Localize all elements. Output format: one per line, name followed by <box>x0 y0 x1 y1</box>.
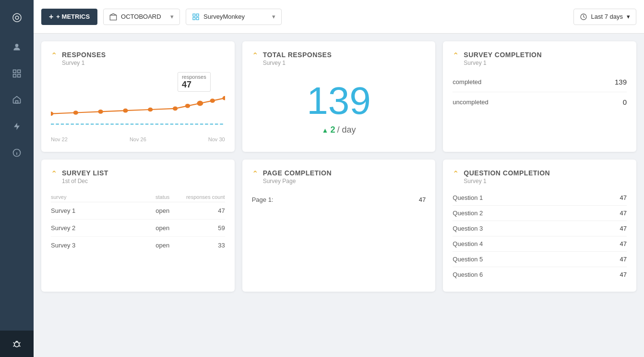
total-card-header: ⌃ TOTAL RESPONSES Survey 1 <box>252 51 332 66</box>
svg-point-34 <box>198 101 203 106</box>
sidebar-item-person[interactable] <box>0 34 34 60</box>
total-per-day: ▲ 2 / day <box>252 125 426 135</box>
responses-chart: responses 47 <box>51 72 225 135</box>
question-completion-header: ⌃ QUESTION COMPLETION Survey 1 <box>453 169 627 185</box>
plus-icon: + <box>49 12 53 21</box>
date-start: Nov 22 <box>51 136 68 142</box>
survey-name-1: Survey 1 <box>51 207 143 214</box>
col-survey-header: survey <box>51 194 143 200</box>
uncompleted-row: uncompleted 0 <box>453 92 627 112</box>
survey-list-header: ⌃ SURVEY LIST 1st of Dec <box>51 169 225 185</box>
clock-icon <box>580 13 587 21</box>
svg-point-27 <box>51 111 53 116</box>
svg-line-20 <box>19 345 21 346</box>
question-3-value: 47 <box>620 225 627 232</box>
octoboard-label: OCTOBOARD <box>121 13 161 20</box>
question-2-value: 47 <box>620 209 627 217</box>
svg-point-35 <box>210 98 215 103</box>
question-6-row: Question 6 47 <box>453 267 627 282</box>
survey-list-subtitle: 1st of Dec <box>62 178 108 185</box>
svg-line-18 <box>19 342 21 343</box>
add-metrics-label: + METRICS <box>56 13 90 20</box>
svg-rect-21 <box>110 15 116 20</box>
svg-point-32 <box>173 107 178 111</box>
survey-completion-title-group: SURVEY COMPLETION Survey 1 <box>464 51 542 66</box>
list-item: Survey 3 open 33 <box>51 237 225 254</box>
question-5-label: Question 5 <box>453 256 483 263</box>
sidebar-item-info[interactable] <box>0 139 34 166</box>
sidebar: ◎ <box>0 0 34 357</box>
time-range-dropdown[interactable]: Last 7 days ▾ <box>573 9 637 25</box>
responses-card: ⌃ RESPONSES Survey 1 responses 47 <box>41 41 235 152</box>
completed-value: 139 <box>615 78 627 86</box>
survey-list-title-group: SURVEY LIST 1st of Dec <box>62 169 108 185</box>
question-4-row: Question 4 47 <box>453 236 627 252</box>
question-3-row: Question 3 47 <box>453 221 627 236</box>
surveymonkey-label: SurveyMonkey <box>203 13 245 20</box>
surveymonkey-arrow-icon: ▾ <box>272 13 275 20</box>
svg-point-0 <box>15 44 19 47</box>
question-completion-subtitle: Survey 1 <box>464 178 550 185</box>
per-day-label: / day <box>337 125 356 135</box>
responses-trend-icon: ⌃ <box>51 51 57 60</box>
survey-completion-trend-icon: ⌃ <box>453 51 459 60</box>
question-completion-title: QUESTION COMPLETION <box>464 169 550 177</box>
question-2-label: Question 2 <box>453 209 483 217</box>
svg-point-33 <box>185 104 190 108</box>
total-title: TOTAL RESPONSES <box>263 51 332 59</box>
building-icon <box>109 13 117 21</box>
sidebar-item-bank[interactable] <box>0 86 34 113</box>
sidebar-item-grid[interactable] <box>0 60 34 86</box>
svg-point-29 <box>98 110 103 114</box>
survey-count-3: 33 <box>182 242 225 249</box>
question-1-label: Question 1 <box>453 194 483 201</box>
survey-status-3: open <box>143 242 182 249</box>
svg-line-19 <box>13 345 15 346</box>
responses-subtitle: Survey 1 <box>62 60 106 66</box>
survey-name-2: Survey 2 <box>51 224 143 232</box>
responses-title: RESPONSES <box>62 51 106 59</box>
up-arrow-icon: ▲ <box>322 126 329 134</box>
sidebar-item-lightning[interactable] <box>0 113 34 139</box>
question-completion-card: ⌃ QUESTION COMPLETION Survey 1 Question … <box>443 160 636 292</box>
surveymonkey-dropdown[interactable]: SurveyMonkey ▾ <box>186 9 282 25</box>
question-1-value: 47 <box>620 194 627 201</box>
octoboard-arrow-icon: ▾ <box>170 13 174 20</box>
question-completion-trend-icon: ⌃ <box>453 169 459 178</box>
list-item: Survey 1 open 47 <box>51 202 225 220</box>
svg-point-36 <box>222 96 225 100</box>
svg-point-28 <box>73 111 78 115</box>
svg-rect-24 <box>193 17 195 20</box>
svg-rect-4 <box>18 74 21 77</box>
page-1-label: Page 1: <box>252 196 274 203</box>
date-mid: Nov 26 <box>130 136 146 142</box>
survey-icon <box>192 13 200 21</box>
topbar: + + METRICS OCTOBOARD ▾ SurveyMonkey ▾ L… <box>34 0 644 34</box>
col-status-header: status <box>143 194 182 200</box>
survey-list-title: SURVEY LIST <box>62 169 108 177</box>
page-completion-title-group: PAGE COMPLETION Survey Page <box>263 169 332 185</box>
svg-rect-23 <box>196 14 199 16</box>
page-completion-header: ⌃ PAGE COMPLETION Survey Page <box>252 169 426 185</box>
survey-completion-card: ⌃ SURVEY COMPLETION Survey 1 completed 1… <box>443 41 636 152</box>
sidebar-item-bug[interactable] <box>0 331 34 357</box>
add-metrics-button[interactable]: + + METRICS <box>41 9 97 25</box>
question-6-value: 47 <box>620 271 627 278</box>
col-count-header: responses count <box>182 194 225 200</box>
page-completion-trend-icon: ⌃ <box>252 169 258 178</box>
octoboard-dropdown[interactable]: OCTOBOARD ▾ <box>103 9 180 25</box>
question-4-value: 47 <box>620 240 627 247</box>
svg-line-17 <box>13 342 15 343</box>
survey-completion-header: ⌃ SURVEY COMPLETION Survey 1 <box>453 51 627 66</box>
total-big-number: 139 <box>252 82 426 120</box>
completion-rows: completed 139 uncompleted 0 <box>453 72 627 112</box>
survey-status-2: open <box>143 224 182 232</box>
tooltip-label: responses <box>182 74 206 80</box>
completed-row: completed 139 <box>453 72 627 92</box>
main-area: + + METRICS OCTOBOARD ▾ SurveyMonkey ▾ L… <box>34 0 644 357</box>
question-6-label: Question 6 <box>453 271 483 278</box>
content-grid: ⌃ RESPONSES Survey 1 responses 47 <box>34 34 644 357</box>
uncompleted-label: uncompleted <box>453 98 488 106</box>
total-subtitle: Survey 1 <box>263 60 332 66</box>
survey-count-1: 47 <box>182 207 225 214</box>
